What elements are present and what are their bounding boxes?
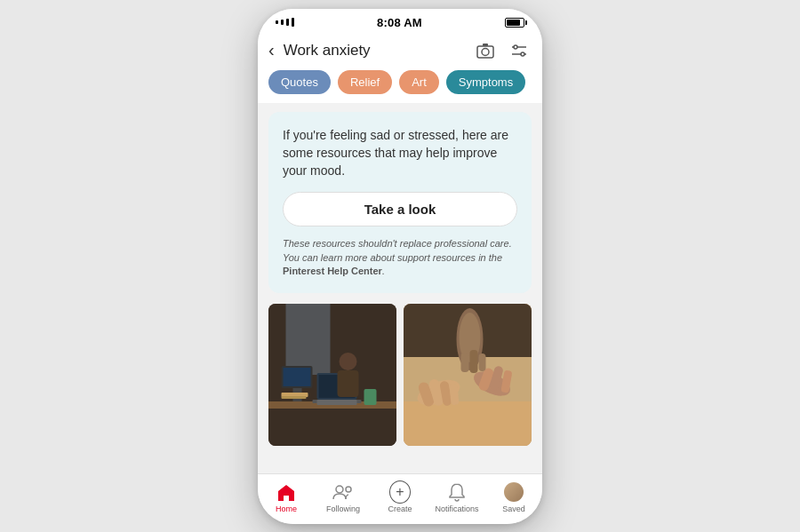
content-area: If you're feeling sad or stressed, here … [258, 103, 542, 473]
nav-home-label: Home [276, 504, 297, 513]
nav-create[interactable]: + Create [372, 481, 428, 513]
tab-symptoms[interactable]: Symptoms [446, 70, 525, 94]
camera-button[interactable] [473, 38, 498, 63]
signal-bar-4 [292, 18, 294, 27]
tab-bar: Quotes Relief Art Symptoms [258, 70, 542, 103]
bottom-nav: Home Following + Create [258, 473, 542, 524]
status-bar: 8:08 AM [258, 9, 542, 33]
svg-point-1 [482, 48, 489, 55]
nav-following-label: Following [326, 504, 360, 513]
svg-rect-8 [286, 304, 331, 375]
signal-bar-2 [281, 20, 284, 25]
svg-point-4 [514, 45, 517, 49]
status-time: 8:08 AM [377, 16, 422, 29]
image-hands[interactable] [404, 304, 532, 446]
hands-image [404, 304, 532, 446]
image-work-desk[interactable] [268, 304, 396, 446]
nav-create-label: Create [388, 504, 412, 513]
avatar-icon [503, 481, 524, 503]
take-look-button[interactable]: Take a look [283, 192, 517, 226]
phone-frame: 8:08 AM ‹ Work anxiety Q [258, 9, 542, 524]
svg-rect-36 [461, 353, 469, 372]
disclaimer-link[interactable]: Pinterest Help Center [283, 266, 382, 276]
nav-saved-label: Saved [502, 504, 525, 513]
status-right-area [505, 18, 524, 28]
resource-card-text: If you're feeling sad or stressed, here … [283, 126, 517, 180]
tab-quotes[interactable]: Quotes [268, 70, 331, 94]
svg-point-6 [521, 52, 524, 56]
home-icon [276, 481, 297, 503]
svg-rect-2 [483, 44, 488, 46]
resource-card: If you're feeling sad or stressed, here … [268, 112, 532, 293]
nav-following[interactable]: Following [315, 481, 372, 513]
svg-point-16 [340, 353, 357, 370]
work-desk-image [268, 304, 396, 446]
back-button[interactable]: ‹ [268, 40, 275, 60]
create-icon: + [389, 481, 411, 503]
nav-home[interactable]: Home [258, 481, 315, 513]
disclaimer-body: These resources shouldn't replace profes… [283, 238, 512, 262]
signal-bar-3 [286, 19, 289, 26]
nav-notifications-label: Notifications [435, 504, 478, 513]
signal-area [276, 18, 294, 27]
svg-rect-18 [317, 400, 357, 405]
bell-icon [446, 481, 468, 503]
battery-icon [505, 18, 524, 28]
camera-icon [476, 43, 494, 59]
nav-notifications[interactable]: Notifications [428, 481, 485, 513]
svg-rect-17 [338, 370, 359, 397]
tab-relief[interactable]: Relief [338, 70, 392, 94]
create-plus-circle: + [389, 480, 411, 504]
svg-rect-37 [470, 350, 478, 373]
following-icon [332, 481, 354, 503]
battery-fill [507, 20, 520, 26]
filter-button[interactable] [507, 38, 532, 63]
avatar-image [504, 482, 524, 502]
signal-bar-1 [276, 20, 278, 24]
search-bar: ‹ Work anxiety [258, 33, 542, 70]
svg-rect-24 [404, 401, 532, 446]
svg-point-39 [336, 486, 343, 493]
svg-rect-14 [284, 368, 311, 386]
nav-saved[interactable]: Saved [485, 481, 542, 513]
search-title: Work anxiety [284, 42, 464, 60]
disclaimer-text: These resources shouldn't replace profes… [283, 237, 517, 278]
disclaimer-end: . [382, 266, 385, 276]
svg-rect-19 [364, 389, 377, 405]
tab-art[interactable]: Art [399, 70, 439, 94]
svg-point-40 [346, 487, 351, 492]
svg-rect-21 [282, 396, 307, 399]
image-grid [268, 304, 532, 446]
svg-rect-38 [479, 353, 486, 371]
filter-icon [510, 43, 528, 59]
